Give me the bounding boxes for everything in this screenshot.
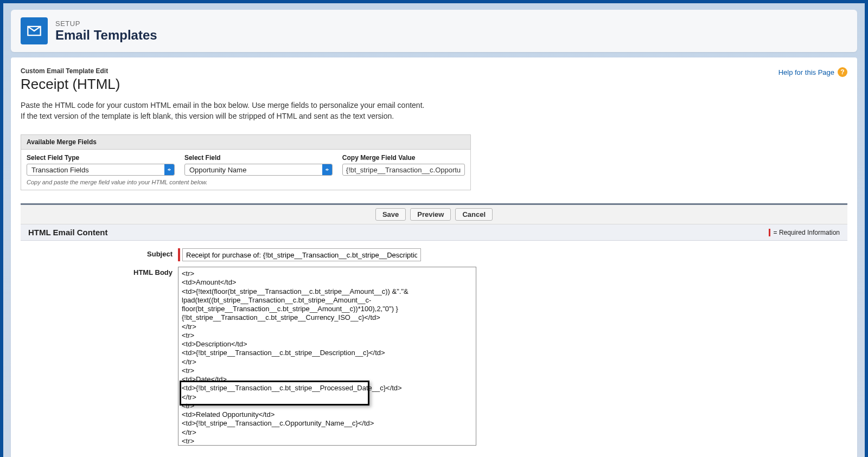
copy-value-input[interactable] [342, 164, 465, 176]
help-link[interactable]: Help for this Page ? [778, 67, 847, 77]
required-legend: = Required Information [769, 229, 840, 236]
save-button[interactable]: Save [375, 208, 406, 221]
breadcrumb: Custom Email Template Edit [21, 67, 120, 75]
page-head: Custom Email Template Edit Receipt (HTML… [21, 67, 847, 93]
app-frame: SETUP Email Templates Custom Email Templ… [0, 0, 868, 457]
field-type-select[interactable]: Transaction Fields [27, 164, 175, 176]
required-legend-text: = Required Information [774, 229, 840, 236]
field-select[interactable]: Opportunity Name [184, 164, 333, 176]
field-select-label: Select Field [184, 154, 333, 162]
header-title: Email Templates [55, 28, 157, 43]
help-icon: ? [838, 67, 847, 77]
section-title: HTML Email Content [28, 228, 107, 237]
intro-line-1: Paste the HTML code for your custom HTML… [21, 100, 847, 111]
required-marker-icon [178, 248, 180, 261]
header-text: SETUP Email Templates [55, 20, 157, 43]
header-eyebrow: SETUP [55, 20, 157, 28]
copy-value-label: Copy Merge Field Value [342, 154, 465, 162]
field-type-value: Transaction Fields [27, 164, 164, 175]
intro-line-2: If the text version of the template is l… [21, 111, 847, 122]
form-area: Subject HTML Body [21, 241, 847, 446]
section-head: HTML Email Content = Required Informatio… [21, 224, 847, 241]
preview-button[interactable]: Preview [410, 208, 451, 221]
field-type-label: Select Field Type [27, 154, 175, 162]
field-select-value: Opportunity Name [185, 164, 322, 175]
intro-text: Paste the HTML code for your custom HTML… [21, 100, 847, 121]
page-title: Receipt (HTML) [21, 76, 120, 93]
email-icon [21, 17, 48, 44]
html-body-textarea[interactable] [178, 267, 476, 446]
help-link-label: Help for this Page [778, 68, 834, 76]
chevron-down-icon [164, 164, 174, 175]
button-bar: Save Preview Cancel [21, 205, 847, 224]
cancel-button[interactable]: Cancel [455, 208, 493, 221]
subject-input[interactable] [182, 248, 421, 261]
subject-label: Subject [21, 248, 178, 258]
merge-fields-box: Available Merge Fields Select Field Type… [21, 134, 471, 190]
setup-header: SETUP Email Templates [11, 10, 857, 52]
merge-fields-title: Available Merge Fields [21, 135, 470, 150]
body-label: HTML Body [21, 267, 178, 276]
main-panel: Custom Email Template Edit Receipt (HTML… [11, 57, 857, 457]
required-marker-icon [769, 229, 770, 236]
chevron-down-icon [322, 164, 332, 175]
merge-note: Copy and paste the merge field value int… [27, 179, 465, 185]
